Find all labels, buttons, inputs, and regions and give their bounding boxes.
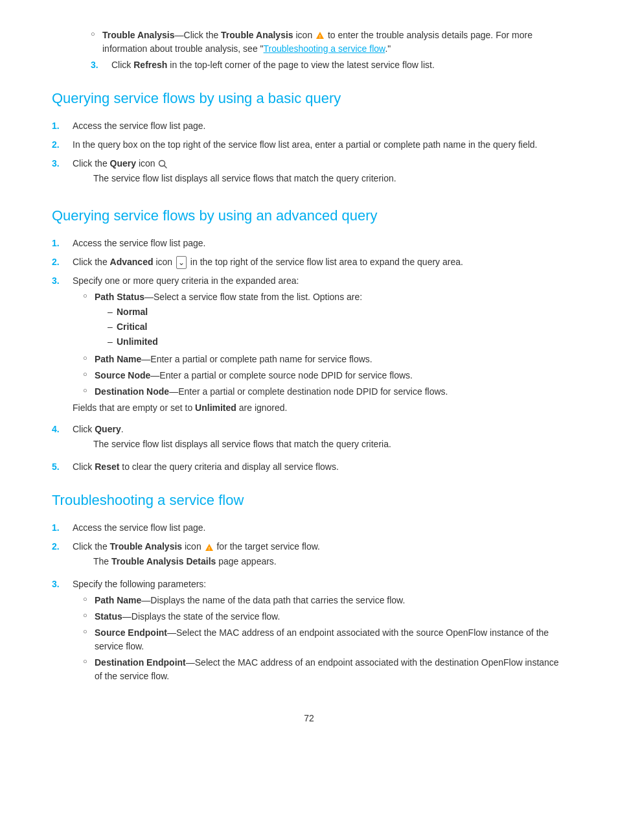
trouble-analysis-icon-2: ! xyxy=(204,542,214,553)
section1-title: Querying service flows by using a basic … xyxy=(52,88,566,109)
section2-criteria-list: Path Status—Select a service flow state … xyxy=(73,290,566,399)
section2-step3: Specify one or more query criteria in th… xyxy=(52,274,566,415)
section3-steps: Access the service flow list page. Click… xyxy=(52,521,566,686)
svg-line-3 xyxy=(164,165,166,168)
svg-text:!: ! xyxy=(208,546,209,551)
section1-step2-text: In the query box on the top right of the… xyxy=(73,139,538,150)
section3-params-list: Path Name—Displays the name of the data … xyxy=(73,594,566,683)
section1-step2: In the query box on the top right of the… xyxy=(52,138,566,152)
section2-step4-note: The service flow list displays all servi… xyxy=(73,438,566,451)
section1-step3-note: The service flow list displays all servi… xyxy=(73,172,566,185)
section1-step1: Access the service flow list page. xyxy=(52,119,566,133)
intro-trouble-label: Trouble Analysis xyxy=(102,30,175,40)
criterion-path-status: Path Status—Select a service flow state … xyxy=(83,290,566,350)
option-normal: Normal xyxy=(108,305,362,319)
option-unlimited: Unlimited xyxy=(108,335,362,349)
section1-step3: Click the Query icon The service flow li… xyxy=(52,157,566,189)
intro-bullet-trouble: Trouble Analysis—Click the Trouble Analy… xyxy=(91,29,566,56)
section2-steps-cont: Click Query. The service flow list displ… xyxy=(52,423,566,474)
criterion-path-name: Path Name—Enter a partial or complete pa… xyxy=(83,353,566,366)
section3-step3: Specify the following parameters: Path N… xyxy=(52,578,566,686)
section2-title: Querying service flows by using an advan… xyxy=(52,205,566,226)
advanced-icon: ⌄ xyxy=(176,256,187,269)
section2-step4: Click Query. The service flow list displ… xyxy=(52,423,566,455)
section2-step5: Click Reset to clear the query criteria … xyxy=(52,460,566,474)
section3-step1: Access the service flow list page. xyxy=(52,521,566,535)
svg-text:!: ! xyxy=(319,34,321,39)
section2-step2: Click the Advanced icon ⌄ in the top rig… xyxy=(52,255,566,269)
section3-title: Troubleshooting a service flow xyxy=(52,489,566,511)
query-search-icon xyxy=(158,159,168,169)
intro-trouble-text: Trouble Analysis—Click the Trouble Analy… xyxy=(102,29,566,56)
criterion-dest-node: Destination Node—Enter a partial or comp… xyxy=(83,385,566,399)
path-status-options: Normal Critical Unlimited xyxy=(95,305,362,349)
section1-step1-text: Access the service flow list page. xyxy=(73,121,205,131)
page-number: 72 xyxy=(52,712,566,725)
intro-step3: Click Refresh in the top-left corner of … xyxy=(91,58,566,72)
param-path-name: Path Name—Displays the name of the data … xyxy=(83,594,566,607)
param-dest-endpoint: Destination Endpoint—Select the MAC addr… xyxy=(83,656,566,683)
intro-section: Trouble Analysis—Click the Trouble Analy… xyxy=(52,29,566,72)
trouble-link[interactable]: Troubleshooting a service flow xyxy=(264,43,385,54)
param-source-endpoint: Source Endpoint—Select the MAC address o… xyxy=(83,626,566,653)
trouble-analysis-icon: ! xyxy=(315,30,325,41)
section3-step2: Click the Trouble Analysis icon ! for th… xyxy=(52,540,566,572)
option-critical: Critical xyxy=(108,320,362,334)
section1-steps: Access the service flow list page. In th… xyxy=(52,119,566,189)
section2-step1: Access the service flow list page. xyxy=(52,237,566,250)
param-status: Status—Displays the state of the service… xyxy=(83,610,566,624)
criterion-source-node: Source Node—Enter a partial or complete … xyxy=(83,369,566,382)
section1-step3-query-label: Query xyxy=(110,158,136,169)
section2-steps: Access the service flow list page. Click… xyxy=(52,237,566,415)
section3-step2-note: The Trouble Analysis Details page appear… xyxy=(73,555,566,568)
section2-step3-note: Fields that are empty or set to Unlimite… xyxy=(73,401,566,415)
